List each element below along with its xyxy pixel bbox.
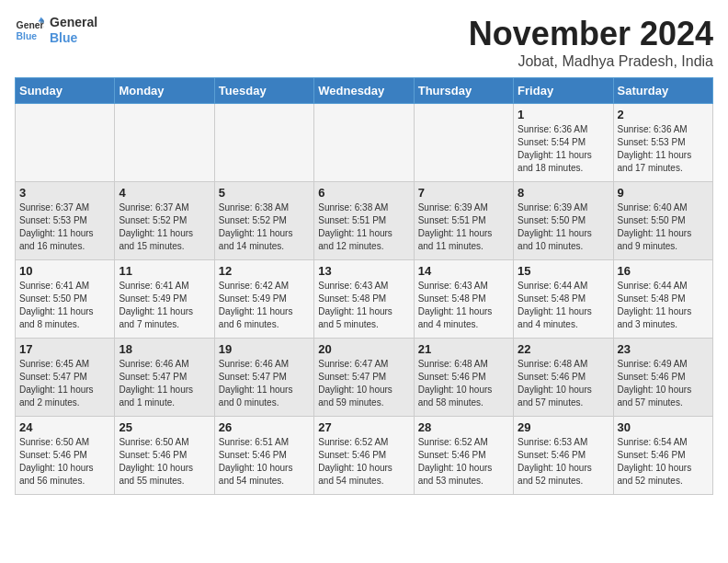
calendar-cell: 2Sunrise: 6:36 AM Sunset: 5:53 PM Daylig… [613, 104, 712, 182]
day-number: 6 [318, 186, 409, 200]
day-number: 11 [119, 264, 210, 278]
calendar-cell: 7Sunrise: 6:39 AM Sunset: 5:51 PM Daylig… [414, 182, 513, 260]
location-title: Jobat, Madhya Pradesh, India [469, 53, 713, 70]
day-info: Sunrise: 6:47 AM Sunset: 5:47 PM Dayligh… [318, 358, 409, 409]
day-info: Sunrise: 6:52 AM Sunset: 5:46 PM Dayligh… [418, 436, 509, 488]
day-info: Sunrise: 6:52 AM Sunset: 5:46 PM Dayligh… [318, 436, 409, 488]
day-info: Sunrise: 6:53 AM Sunset: 5:46 PM Dayligh… [518, 436, 609, 488]
day-info: Sunrise: 6:38 AM Sunset: 5:52 PM Dayligh… [219, 201, 310, 253]
calendar-cell [214, 104, 313, 182]
calendar-cell: 27Sunrise: 6:52 AM Sunset: 5:46 PM Dayli… [314, 417, 414, 495]
calendar-cell: 29Sunrise: 6:53 AM Sunset: 5:46 PM Dayli… [514, 417, 613, 495]
calendar-week-4: 17Sunrise: 6:45 AM Sunset: 5:47 PM Dayli… [16, 339, 713, 417]
day-number: 21 [418, 342, 509, 356]
calendar-cell [115, 104, 214, 182]
day-info: Sunrise: 6:51 AM Sunset: 5:46 PM Dayligh… [219, 436, 310, 488]
calendar-cell: 26Sunrise: 6:51 AM Sunset: 5:46 PM Dayli… [214, 417, 313, 495]
calendar-header-thursday: Thursday [414, 78, 513, 104]
logo-icon: General Blue [15, 16, 44, 45]
calendar-cell: 20Sunrise: 6:47 AM Sunset: 5:47 PM Dayli… [314, 339, 414, 417]
day-info: Sunrise: 6:42 AM Sunset: 5:49 PM Dayligh… [219, 280, 310, 331]
day-number: 18 [119, 342, 210, 356]
calendar-cell [314, 104, 414, 182]
calendar-header-sunday: Sunday [16, 78, 115, 104]
calendar-week-5: 24Sunrise: 6:50 AM Sunset: 5:46 PM Dayli… [16, 417, 713, 495]
day-info: Sunrise: 6:46 AM Sunset: 5:47 PM Dayligh… [219, 358, 310, 409]
day-info: Sunrise: 6:39 AM Sunset: 5:51 PM Dayligh… [418, 201, 509, 253]
day-number: 24 [19, 420, 110, 434]
svg-text:Blue: Blue [17, 30, 38, 40]
day-number: 25 [119, 420, 210, 434]
calendar-cell: 5Sunrise: 6:38 AM Sunset: 5:52 PM Daylig… [214, 182, 313, 260]
calendar-cell [16, 104, 115, 182]
day-info: Sunrise: 6:44 AM Sunset: 5:48 PM Dayligh… [618, 280, 709, 331]
calendar-week-2: 3Sunrise: 6:37 AM Sunset: 5:53 PM Daylig… [16, 182, 713, 260]
month-title: November 2024 [469, 15, 713, 53]
day-info: Sunrise: 6:48 AM Sunset: 5:46 PM Dayligh… [518, 358, 609, 409]
day-number: 16 [618, 264, 709, 278]
calendar-header-row: SundayMondayTuesdayWednesdayThursdayFrid… [16, 78, 713, 104]
day-number: 23 [618, 342, 709, 356]
day-number: 29 [518, 420, 609, 434]
day-number: 9 [618, 186, 709, 200]
calendar-cell: 9Sunrise: 6:40 AM Sunset: 5:50 PM Daylig… [613, 182, 712, 260]
day-info: Sunrise: 6:43 AM Sunset: 5:48 PM Dayligh… [418, 280, 509, 331]
title-area: November 2024 Jobat, Madhya Pradesh, Ind… [469, 15, 713, 70]
calendar-cell: 3Sunrise: 6:37 AM Sunset: 5:53 PM Daylig… [16, 182, 115, 260]
calendar-cell: 12Sunrise: 6:42 AM Sunset: 5:49 PM Dayli… [214, 260, 313, 339]
day-info: Sunrise: 6:54 AM Sunset: 5:46 PM Dayligh… [618, 436, 709, 488]
calendar-cell: 19Sunrise: 6:46 AM Sunset: 5:47 PM Dayli… [214, 339, 313, 417]
day-number: 12 [219, 264, 310, 278]
calendar-week-1: 1Sunrise: 6:36 AM Sunset: 5:54 PM Daylig… [16, 104, 713, 182]
calendar-header-wednesday: Wednesday [314, 78, 414, 104]
logo-line1: General [50, 15, 97, 30]
day-number: 4 [119, 186, 210, 200]
day-number: 19 [219, 342, 310, 356]
calendar-cell: 1Sunrise: 6:36 AM Sunset: 5:54 PM Daylig… [514, 104, 613, 182]
day-info: Sunrise: 6:41 AM Sunset: 5:49 PM Dayligh… [119, 280, 210, 331]
day-info: Sunrise: 6:49 AM Sunset: 5:46 PM Dayligh… [618, 358, 709, 409]
calendar-cell: 14Sunrise: 6:43 AM Sunset: 5:48 PM Dayli… [414, 260, 513, 339]
calendar-week-3: 10Sunrise: 6:41 AM Sunset: 5:50 PM Dayli… [16, 260, 713, 339]
calendar-cell: 15Sunrise: 6:44 AM Sunset: 5:48 PM Dayli… [514, 260, 613, 339]
calendar-header-monday: Monday [115, 78, 214, 104]
calendar-body: 1Sunrise: 6:36 AM Sunset: 5:54 PM Daylig… [16, 104, 713, 495]
day-number: 28 [418, 420, 509, 434]
calendar-cell [414, 104, 513, 182]
calendar-cell: 18Sunrise: 6:46 AM Sunset: 5:47 PM Dayli… [115, 339, 214, 417]
day-info: Sunrise: 6:48 AM Sunset: 5:46 PM Dayligh… [418, 358, 509, 409]
calendar-cell: 23Sunrise: 6:49 AM Sunset: 5:46 PM Dayli… [613, 339, 712, 417]
day-info: Sunrise: 6:43 AM Sunset: 5:48 PM Dayligh… [318, 280, 409, 331]
day-number: 1 [518, 108, 609, 121]
day-info: Sunrise: 6:40 AM Sunset: 5:50 PM Dayligh… [618, 201, 709, 253]
day-number: 22 [518, 342, 609, 356]
day-number: 3 [19, 186, 110, 200]
calendar-header-saturday: Saturday [613, 78, 712, 104]
calendar-cell: 6Sunrise: 6:38 AM Sunset: 5:51 PM Daylig… [314, 182, 414, 260]
calendar-cell: 25Sunrise: 6:50 AM Sunset: 5:46 PM Dayli… [115, 417, 214, 495]
day-number: 13 [318, 264, 409, 278]
calendar-cell: 11Sunrise: 6:41 AM Sunset: 5:49 PM Dayli… [115, 260, 214, 339]
day-info: Sunrise: 6:44 AM Sunset: 5:48 PM Dayligh… [518, 280, 609, 331]
calendar-cell: 4Sunrise: 6:37 AM Sunset: 5:52 PM Daylig… [115, 182, 214, 260]
calendar-header-friday: Friday [514, 78, 613, 104]
day-number: 2 [618, 108, 709, 121]
calendar-cell: 28Sunrise: 6:52 AM Sunset: 5:46 PM Dayli… [414, 417, 513, 495]
day-number: 30 [618, 420, 709, 434]
calendar-table: SundayMondayTuesdayWednesdayThursdayFrid… [15, 77, 713, 495]
day-number: 14 [418, 264, 509, 278]
svg-text:General: General [17, 20, 44, 30]
day-info: Sunrise: 6:50 AM Sunset: 5:46 PM Dayligh… [19, 436, 110, 488]
day-number: 7 [418, 186, 509, 200]
calendar-cell: 30Sunrise: 6:54 AM Sunset: 5:46 PM Dayli… [613, 417, 712, 495]
calendar-cell: 16Sunrise: 6:44 AM Sunset: 5:48 PM Dayli… [613, 260, 712, 339]
day-info: Sunrise: 6:37 AM Sunset: 5:53 PM Dayligh… [19, 201, 110, 253]
calendar-cell: 8Sunrise: 6:39 AM Sunset: 5:50 PM Daylig… [514, 182, 613, 260]
logo: General Blue General Blue [15, 15, 97, 46]
day-info: Sunrise: 6:41 AM Sunset: 5:50 PM Dayligh… [19, 280, 110, 331]
calendar-cell: 17Sunrise: 6:45 AM Sunset: 5:47 PM Dayli… [16, 339, 115, 417]
calendar-cell: 24Sunrise: 6:50 AM Sunset: 5:46 PM Dayli… [16, 417, 115, 495]
calendar-header-tuesday: Tuesday [214, 78, 313, 104]
header: General Blue General Blue November 2024 … [15, 15, 713, 70]
day-number: 10 [19, 264, 110, 278]
